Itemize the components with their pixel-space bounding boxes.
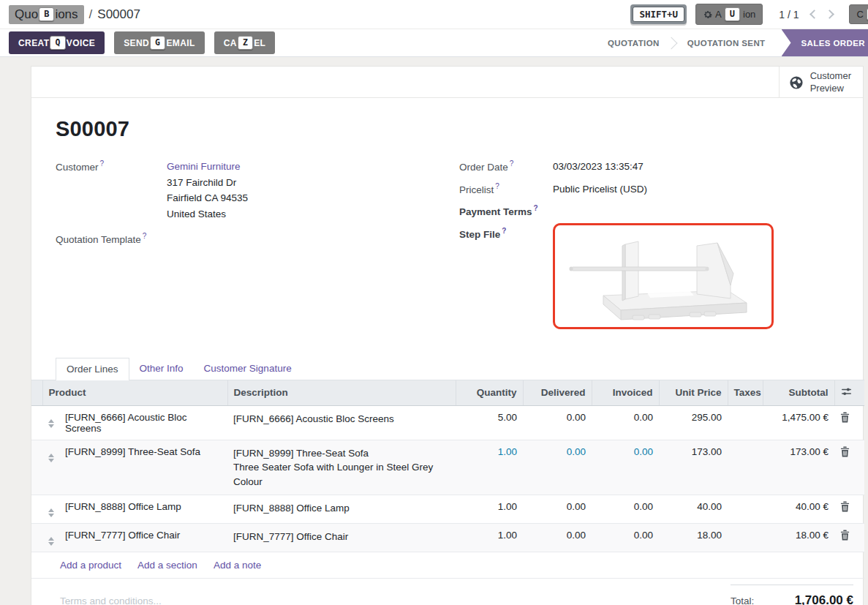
shortcut-key-u-badge: U (725, 7, 740, 21)
quantity-cell[interactable]: 1.00 (456, 524, 523, 552)
product-cell[interactable]: [FURN_6666] Acoustic Bloc Screens (59, 405, 227, 440)
step-file-label: Step File? (459, 226, 553, 329)
payment-terms-label: Payment Terms? (459, 203, 553, 217)
add-a-note-link[interactable]: Add a note (214, 560, 261, 571)
total-summary: Total: 1,706.00 € (731, 585, 853, 605)
order-line-row[interactable]: [FURN_8888] Office Lamp [FURN_8888] Offi… (31, 495, 864, 524)
action-label-suffix: ion (743, 9, 755, 20)
status-step-sales-order[interactable]: SALES ORDER (782, 29, 868, 56)
create-invoice-button[interactable]: CREATQVOICE (9, 31, 105, 53)
send-email-button[interactable]: SENDGEMAIL (114, 31, 205, 53)
drag-handle[interactable] (42, 440, 59, 495)
action-menu-button[interactable]: AUion (695, 4, 763, 25)
gutter-column (31, 380, 42, 405)
order-line-row[interactable]: [FURN_8999] Three-Seat Sofa [FURN_8999] … (31, 440, 864, 495)
quantity-cell[interactable]: 5.00 (456, 405, 523, 440)
pager-previous-icon[interactable] (809, 10, 819, 19)
description-cell[interactable]: [FURN_8888] Office Lamp (227, 495, 456, 524)
pricelist-value[interactable]: Public Pricelist (USD) (553, 181, 647, 198)
delivered-cell[interactable]: 0.00 (523, 495, 592, 524)
pricelist-label: Pricelist? (459, 181, 553, 198)
unit-price-cell[interactable]: 40.00 (659, 495, 728, 524)
add-a-section-link[interactable]: Add a section (137, 560, 197, 571)
cancel-button[interactable]: CAZEL (214, 31, 276, 53)
action-buttons: CREATQVOICE SENDGEMAIL CAZEL (0, 29, 275, 56)
create-button[interactable]: C (849, 4, 868, 24)
column-header-invoiced[interactable]: Invoiced (592, 380, 659, 405)
globe-icon (789, 75, 804, 90)
delivered-cell[interactable]: 0.00 (523, 524, 592, 552)
tab-other-info[interactable]: Other Info (129, 358, 194, 380)
delivered-cell[interactable]: 0.00 (523, 440, 592, 495)
description-cell[interactable]: [FURN_7777] Office Chair (227, 524, 456, 552)
breadcrumb-quotations-text-suffix: ions (55, 7, 78, 22)
taxes-cell[interactable] (728, 440, 763, 495)
step-file-preview[interactable] (553, 223, 774, 329)
status-step-quotation-sent[interactable]: QUOTATION SENT (674, 29, 779, 56)
column-header-product[interactable]: Product (42, 380, 227, 405)
column-header-quantity[interactable]: Quantity (456, 380, 523, 405)
invoiced-cell[interactable]: 0.00 (592, 405, 659, 440)
order-line-row[interactable]: [FURN_7777] Office Chair [FURN_7777] Off… (31, 524, 864, 552)
help-icon: ? (534, 204, 538, 212)
taxes-cell[interactable] (728, 405, 763, 440)
page-title: S00007 (56, 117, 839, 141)
send-email-label-prefix: SEND (124, 38, 149, 48)
cancel-label-prefix: CA (224, 38, 237, 48)
delete-line-icon[interactable] (834, 405, 864, 440)
taxes-cell[interactable] (728, 495, 763, 524)
field-customer: Customer? Gemini Furniture 317 Fairchild… (56, 159, 459, 222)
breadcrumb-quotations-link[interactable]: QuoBions (9, 5, 84, 24)
description-cell[interactable]: [FURN_6666] Acoustic Bloc Screens (227, 405, 456, 440)
column-header-subtotal[interactable]: Subtotal (763, 380, 834, 405)
quantity-cell[interactable]: 1.00 (456, 440, 523, 495)
product-cell[interactable]: [FURN_8888] Office Lamp (59, 495, 227, 524)
delete-line-icon[interactable] (834, 440, 864, 495)
invoiced-cell[interactable]: 0.00 (592, 524, 659, 552)
description-cell[interactable]: [FURN_8999] Three-Seat Sofa Three Seater… (227, 440, 456, 495)
product-cell[interactable]: [FURN_8999] Three-Seat Sofa (59, 440, 227, 495)
terms-and-conditions-input[interactable]: Terms and conditions... (60, 595, 162, 605)
optional-columns-icon[interactable] (841, 387, 852, 397)
gear-icon (703, 10, 713, 20)
column-header-delivered[interactable]: Delivered (523, 380, 592, 405)
taxes-cell[interactable] (728, 524, 763, 552)
customer-preview-link[interactable]: CustomerPreview (779, 67, 863, 98)
card-header-row: CustomerPreview (31, 67, 863, 98)
breadcrumb-quotations-text-prefix: Quo (15, 7, 38, 22)
tab-order-lines[interactable]: Order Lines (56, 358, 129, 380)
table-header-row: Product Description Quantity Delivered I… (31, 380, 864, 405)
invoiced-cell[interactable]: 0.00 (592, 495, 659, 524)
customer-link[interactable]: Gemini Furniture (167, 161, 241, 172)
drag-handle[interactable] (42, 405, 59, 440)
pager-next-icon[interactable] (825, 10, 834, 19)
add-a-product-link[interactable]: Add a product (60, 560, 121, 571)
help-icon: ? (495, 182, 499, 190)
unit-price-cell[interactable]: 18.00 (659, 524, 728, 552)
column-header-unit-price[interactable]: Unit Price (659, 380, 728, 405)
delete-line-icon[interactable] (834, 495, 864, 524)
customer-address-line: Fairfield CA 94535 (167, 190, 248, 206)
column-header-description[interactable]: Description (227, 380, 456, 405)
invoiced-cell[interactable]: 0.00 (592, 440, 659, 495)
unit-price-cell[interactable]: 173.00 (659, 440, 728, 495)
status-step-quotation[interactable]: QUOTATION (595, 29, 673, 56)
action-label-prefix: A (715, 9, 722, 20)
order-date-value[interactable]: 03/03/2023 13:35:47 (553, 159, 644, 175)
field-pricelist: Pricelist? Public Pricelist (USD) (459, 181, 839, 198)
send-email-label-suffix: EMAIL (166, 38, 195, 48)
tab-customer-signature[interactable]: Customer Signature (194, 358, 302, 380)
drag-handle[interactable] (42, 495, 59, 524)
product-cell[interactable]: [FURN_7777] Office Chair (59, 524, 227, 552)
subtotal-cell: 173.00 € (763, 440, 834, 495)
column-header-taxes[interactable]: Taxes (728, 380, 763, 405)
delivered-cell[interactable]: 0.00 (523, 405, 592, 440)
customer-preview-label: CustomerPreview (810, 70, 851, 95)
delete-line-icon[interactable] (834, 524, 864, 552)
shortcut-key-b-badge: B (39, 7, 54, 21)
quantity-cell[interactable]: 1.00 (456, 495, 523, 524)
drag-handle[interactable] (42, 524, 59, 552)
cancel-label-suffix: EL (254, 38, 265, 48)
unit-price-cell[interactable]: 295.00 (659, 405, 728, 440)
order-line-row[interactable]: [FURN_6666] Acoustic Bloc Screens [FURN_… (31, 405, 864, 440)
